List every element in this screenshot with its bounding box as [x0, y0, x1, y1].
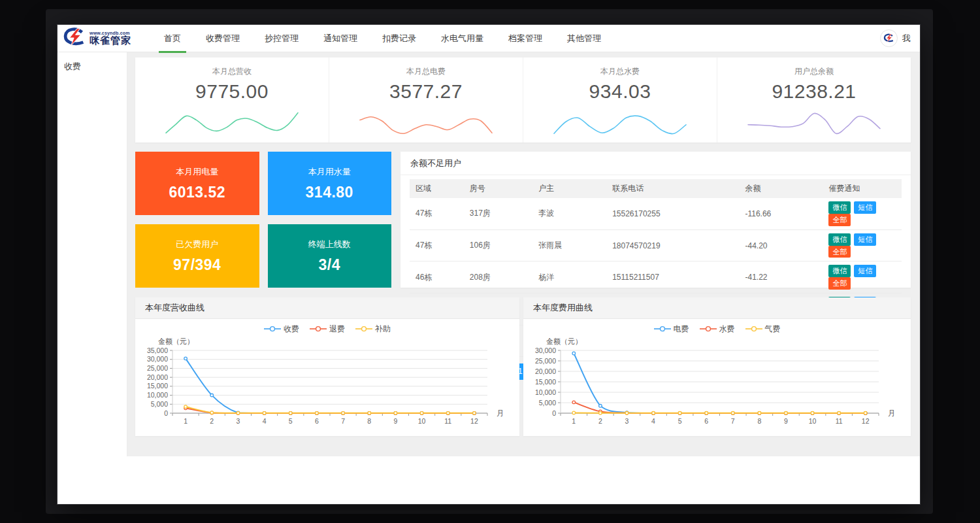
- table-cell: -44.20: [739, 229, 823, 262]
- svg-text:35,000: 35,000: [147, 346, 168, 354]
- table-title: 余额不足用户: [400, 152, 911, 175]
- kpi-tile-value: 6013.52: [169, 184, 225, 201]
- svg-text:月: 月: [497, 409, 504, 417]
- svg-text:11: 11: [444, 417, 451, 425]
- notify-wechat-button[interactable]: 微信: [828, 233, 851, 246]
- svg-text:10: 10: [809, 417, 817, 425]
- legend-item-水费[interactable]: 水费: [700, 324, 735, 335]
- table-cell-actions: 微信短信全部: [823, 229, 902, 262]
- notify-sms-button[interactable]: 短信: [854, 201, 876, 214]
- table-cell: 15115211507: [606, 262, 739, 294]
- nav-item-4[interactable]: 扣费记录: [370, 25, 429, 52]
- svg-text:7: 7: [341, 417, 345, 425]
- kpi-tile-value: 3/4: [319, 256, 340, 274]
- legend-line-icon: [700, 326, 717, 332]
- svg-text:7: 7: [731, 417, 735, 425]
- stat-card-2: 本月总水费934.03: [523, 58, 717, 143]
- kpi-tile-3: 终端上线数3/4: [268, 224, 392, 288]
- svg-text:5: 5: [678, 417, 682, 425]
- nav-item-5[interactable]: 水电气用量: [429, 25, 496, 52]
- svg-text:11: 11: [836, 417, 843, 425]
- table-cell: 15526170255: [606, 198, 739, 229]
- svg-text:2: 2: [210, 417, 214, 425]
- legend-line-icon: [264, 326, 281, 332]
- table-cell: 46栋: [410, 262, 464, 294]
- table-column-header: 催费通知: [823, 179, 902, 198]
- table-cell: 208房: [464, 262, 532, 294]
- kpi-tiles: 本月用电量6013.52本月用水量314.80已欠费用户97/394终端上线数3…: [135, 152, 391, 288]
- top-navbar: www.csyndb.com 咪雀管家 首页收费管理抄控管理通知管理扣费记录水电…: [57, 25, 920, 52]
- notify-wechat-button[interactable]: 微信: [828, 265, 851, 277]
- revenue-chart-legend: 收费退费补助: [139, 323, 516, 335]
- table-column-header: 区域: [410, 179, 464, 198]
- kpi-tile-2: 已欠费用户97/394: [135, 224, 259, 288]
- sidebar: 收费: [57, 52, 127, 456]
- svg-text:5: 5: [289, 417, 293, 425]
- legend-label: 水费: [719, 324, 735, 335]
- svg-text:5,000: 5,000: [539, 399, 556, 407]
- notify-wechat-button[interactable]: 微信: [828, 201, 851, 214]
- kpi-tile-value: 314.80: [306, 184, 353, 201]
- kpi-tile-value: 97/394: [173, 256, 221, 274]
- table-cell: 47栋: [410, 229, 464, 262]
- brand-logo[interactable]: www.csyndb.com 咪雀管家: [63, 27, 142, 50]
- kpi-tile-title: 已欠费用户: [176, 239, 218, 250]
- svg-text:20,000: 20,000: [147, 373, 168, 381]
- user-avatar: [880, 29, 898, 47]
- notify-all-button[interactable]: 全部: [828, 246, 851, 258]
- nav-item-0[interactable]: 首页: [152, 25, 193, 52]
- nav-item-1[interactable]: 收费管理: [193, 25, 252, 52]
- nav-item-7[interactable]: 其他管理: [555, 25, 613, 52]
- svg-text:9: 9: [393, 417, 397, 425]
- stat-value: 3577.27: [329, 80, 523, 103]
- kpi-tile-title: 本月用水量: [308, 166, 351, 178]
- svg-text:25,000: 25,000: [535, 357, 556, 365]
- sidebar-item-fees[interactable]: 收费: [57, 52, 127, 81]
- stat-card-0: 本月总营收9775.00: [135, 58, 329, 143]
- kpi-tile-0: 本月用电量6013.52: [135, 152, 259, 215]
- notify-sms-button[interactable]: 短信: [854, 265, 876, 277]
- stat-title: 本月总水费: [523, 66, 717, 77]
- stat-sparkline: [745, 103, 883, 140]
- series-line-补助: [186, 407, 474, 413]
- svg-text:9: 9: [784, 417, 788, 425]
- svg-text:3: 3: [625, 417, 629, 425]
- svg-text:4: 4: [263, 417, 267, 425]
- notify-all-button[interactable]: 全部: [828, 214, 851, 226]
- legend-label: 气费: [765, 324, 781, 335]
- legend-label: 补助: [375, 324, 391, 335]
- stat-value: 934.03: [523, 80, 717, 103]
- legend-label: 收费: [284, 324, 299, 335]
- notify-sms-button[interactable]: 短信: [854, 233, 876, 246]
- legend-item-气费[interactable]: 气费: [745, 324, 781, 335]
- lightning-logo-icon: [63, 27, 88, 50]
- legend-label: 退费: [329, 324, 345, 335]
- nav-item-6[interactable]: 档案管理: [496, 25, 555, 52]
- table-row: 46栋208房杨洋15115211507-41.22微信短信全部: [410, 262, 902, 294]
- legend-item-补助[interactable]: 补助: [355, 324, 391, 335]
- expense-chart-ylabel: 金额（元）: [546, 337, 907, 346]
- table-cell: -41.22: [739, 262, 823, 294]
- stat-sparkline: [357, 103, 495, 140]
- legend-item-电费[interactable]: 电费: [654, 324, 689, 335]
- stat-value: 91238.21: [717, 80, 911, 103]
- user-menu[interactable]: 我: [880, 29, 911, 47]
- legend-line-icon: [355, 326, 372, 332]
- nav-item-3[interactable]: 通知管理: [311, 25, 370, 52]
- legend-item-退费[interactable]: 退费: [310, 324, 345, 335]
- svg-text:8: 8: [367, 417, 371, 425]
- svg-text:12: 12: [862, 417, 870, 425]
- nav-item-2[interactable]: 抄控管理: [252, 25, 311, 52]
- brand-text: www.csyndb.com 咪雀管家: [90, 31, 131, 46]
- notify-all-button[interactable]: 全部: [828, 277, 851, 290]
- low-balance-card: 余额不足用户 区域房号户主联系电话余额催费通知 47栋317房李波1552617…: [400, 152, 911, 288]
- app-window: www.csyndb.com 咪雀管家 首页收费管理抄控管理通知管理扣费记录水电…: [57, 25, 920, 504]
- stats-summary-card: 本月总营收9775.00本月总电费3577.27本月总水费934.03用户总余额…: [135, 58, 911, 143]
- legend-item-收费[interactable]: 收费: [264, 324, 299, 335]
- svg-text:3: 3: [236, 417, 240, 425]
- legend-line-icon: [745, 326, 762, 332]
- table-cell: 李波: [532, 198, 606, 229]
- main-panel: 本月总营收9775.00本月总电费3577.27本月总水费934.03用户总余额…: [127, 52, 920, 456]
- table-cell: 张雨晨: [532, 229, 606, 262]
- table-column-header: 房号: [464, 179, 532, 198]
